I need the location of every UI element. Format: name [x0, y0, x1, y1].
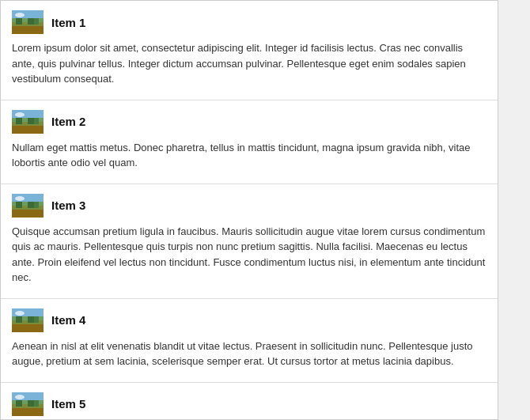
item-header: Item 2 [12, 110, 486, 134]
item-thumbnail [12, 308, 44, 332]
svg-point-39 [15, 395, 25, 399]
items-list[interactable]: Item 1 Lorem ipsum dolor sit amet, conse… [0, 0, 498, 420]
svg-rect-13 [34, 118, 39, 124]
item-thumbnail [12, 110, 44, 134]
item-thumbnail [12, 194, 44, 218]
list-item: Item 2 Nullam eget mattis metus. Donec p… [1, 100, 498, 184]
item-body: Quisque accumsan pretium ligula in fauci… [12, 224, 486, 286]
svg-rect-37 [34, 400, 39, 407]
list-item: Item 1 Lorem ipsum dolor sit amet, conse… [1, 1, 498, 100]
item-title: Item 4 [51, 313, 85, 327]
item-title: Item 1 [51, 16, 85, 29]
item-thumbnail [12, 10, 44, 34]
svg-rect-21 [34, 202, 39, 208]
svg-point-7 [15, 13, 25, 17]
item-header: Item 3 [12, 194, 486, 218]
svg-point-31 [15, 311, 25, 316]
item-header: Item 1 [12, 10, 486, 34]
list-item: Item 5 Ut consequat magna luctus justo e… [1, 383, 498, 421]
svg-rect-29 [34, 316, 39, 323]
item-body: Nullam eget mattis metus. Donec pharetra… [12, 140, 486, 171]
item-header: Item 4 [12, 308, 486, 332]
item-title: Item 5 [51, 397, 85, 411]
svg-point-15 [15, 112, 25, 117]
list-item: Item 3 Quisque accumsan pretium ligula i… [1, 184, 498, 299]
item-body: Lorem ipsum dolor sit amet, consectetur … [12, 40, 486, 87]
item-header: Item 5 [12, 392, 486, 416]
list-item: Item 4 Aenean in nisl at elit venenatis … [1, 299, 498, 383]
item-thumbnail [12, 392, 44, 416]
svg-point-23 [15, 196, 25, 201]
item-title: Item 3 [51, 199, 85, 212]
item-title: Item 2 [51, 115, 85, 128]
item-body: Aenean in nisl at elit venenatis blandit… [12, 339, 486, 369]
svg-rect-5 [34, 18, 39, 25]
